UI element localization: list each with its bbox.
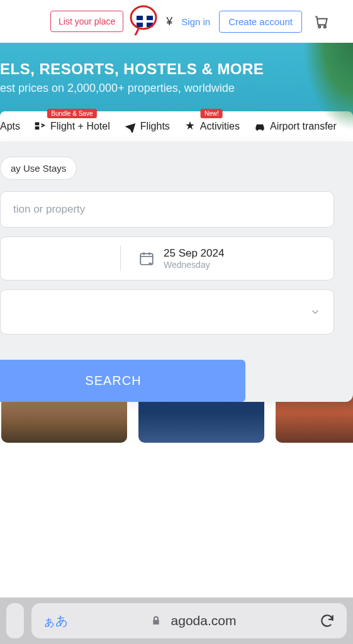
destination-input[interactable]: tion or property [0, 191, 334, 228]
currency-selector[interactable]: ¥ [166, 15, 172, 28]
date-text: 25 Sep 2024 Wednesday [164, 247, 224, 270]
activities-icon [184, 120, 196, 133]
browser-back-button[interactable] [6, 603, 24, 638]
calendar-icon [138, 250, 155, 267]
date-value: 25 Sep 2024 [164, 247, 224, 260]
hero-banner: ELS, RESORTS, HOSTELS & MORE est prices … [0, 43, 353, 250]
uk-flag-icon [137, 16, 153, 27]
hero-subtitle: est prices on 2,000,000+ properties, wor… [0, 82, 353, 95]
tab-airport-transfer[interactable]: Airport transfer [254, 120, 337, 133]
cart-icon[interactable] [313, 13, 330, 30]
svg-point-5 [256, 128, 258, 130]
search-panel: ay Use Stays tion or property 25 Sep 202… [0, 142, 353, 402]
svg-rect-4 [35, 126, 40, 130]
new-badge: New! [201, 109, 223, 118]
tab-apts[interactable]: Apts [0, 121, 20, 132]
flight-hotel-icon [34, 120, 47, 133]
bundle-badge: Bundle & Save [47, 109, 96, 118]
language-selector[interactable] [132, 9, 157, 34]
destination-placeholder: tion or property [13, 203, 85, 216]
svg-point-6 [261, 128, 263, 130]
hero-title: ELS, RESORTS, HOSTELS & MORE [0, 60, 353, 78]
tab-label: Flights [140, 121, 170, 132]
top-header: List your place ¥ Sign in Create account [0, 0, 353, 43]
reader-lang-button[interactable]: ぁあ [43, 613, 68, 630]
reload-icon[interactable] [319, 613, 335, 629]
tab-flights[interactable]: Flights [124, 120, 170, 133]
guests-picker[interactable] [0, 289, 334, 335]
address-bar[interactable]: ぁあ agoda.com [31, 603, 347, 638]
day-use-chip[interactable]: ay Use Stays [0, 157, 77, 180]
url-text: agoda.com [171, 613, 237, 628]
list-your-place-button[interactable]: List your place [50, 11, 123, 32]
create-account-button[interactable]: Create account [219, 11, 302, 33]
tab-activities[interactable]: New! Activities [184, 120, 240, 133]
tab-label: Airport transfer [270, 121, 337, 132]
tab-flight-hotel[interactable]: Bundle & Save Flight + Hotel [34, 120, 110, 133]
divider [120, 246, 121, 271]
date-picker[interactable]: 25 Sep 2024 Wednesday [0, 236, 334, 280]
svg-point-1 [318, 26, 320, 28]
chevron-down-icon [310, 306, 321, 318]
search-tabs: Apts Bundle & Save Flight + Hotel Flight… [0, 111, 353, 142]
browser-toolbar: ぁあ agoda.com [0, 597, 353, 644]
svg-point-2 [324, 26, 326, 28]
tab-label: Activities [200, 121, 240, 132]
tab-label: Flight + Hotel [50, 121, 110, 132]
lock-icon [151, 616, 161, 626]
tab-label: Apts [0, 121, 20, 132]
date-weekday: Wednesday [164, 260, 224, 270]
plane-icon [124, 120, 137, 133]
search-button[interactable]: SEARCH [0, 360, 245, 402]
car-icon [254, 120, 266, 133]
svg-rect-3 [35, 122, 40, 125]
sign-in-link[interactable]: Sign in [181, 16, 210, 27]
